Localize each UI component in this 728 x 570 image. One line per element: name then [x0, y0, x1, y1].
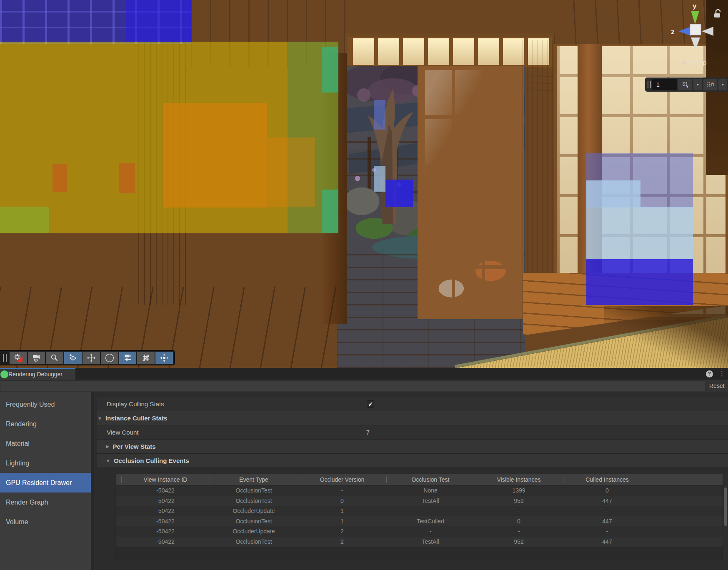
heatmap-cell — [322, 190, 338, 233]
toolbar-grip[interactable] — [648, 81, 651, 88]
table-cell: - — [563, 506, 651, 516]
heatmap-cell — [586, 259, 693, 305]
x-axis-cone[interactable] — [702, 27, 713, 36]
instance-culler-stats-foldout[interactable]: ▼ Instance Culler Stats — [97, 411, 728, 425]
snap-toolbar: 1 Y ▼ ▼ — [645, 78, 728, 92]
heatmap-cell — [0, 0, 126, 42]
view-count-row: View Count 7 — [97, 425, 728, 440]
table-row[interactable]: -50422 OcclusionTest - None 1399 0 — [116, 485, 728, 496]
down-axis-cone[interactable] — [691, 38, 700, 50]
table-cell: 447 — [563, 496, 651, 506]
lock-icon[interactable] — [714, 10, 720, 18]
orientation-gizmo[interactable]: y z — [666, 1, 728, 52]
z-axis-cone[interactable] — [678, 27, 691, 36]
kebab-menu-icon[interactable]: ⋮ — [719, 370, 725, 378]
sidebar-item-lighting[interactable]: Lighting — [0, 453, 91, 473]
gizmo-cube[interactable] — [690, 24, 701, 35]
projection-toggle[interactable]: <Persp — [682, 59, 707, 67]
table-cell: 2 — [298, 537, 386, 547]
table-cell: 2 — [298, 526, 386, 537]
table-cell: TestAll — [386, 496, 475, 506]
sidebar-item-rendering[interactable]: Rendering — [0, 414, 91, 434]
gizmos-toggle-button[interactable] — [64, 352, 82, 364]
pivot-mode-button[interactable] — [155, 352, 173, 364]
table-cell: -50422 — [121, 506, 210, 516]
tab-rendering-debugger[interactable]: Rendering Debugger — [0, 368, 75, 380]
table-cell: 1399 — [475, 485, 563, 496]
scene-debug-toolbar — [0, 350, 175, 365]
scene-camera-button[interactable] — [28, 352, 45, 364]
gizmos-icon — [68, 353, 78, 362]
table-row[interactable]: -50422 OccluderUpdate 1 - - - — [116, 506, 728, 516]
debugger-sidebar: Frequently Used Rendering Material Light… — [0, 392, 94, 570]
table-cell: 447 — [563, 516, 651, 527]
snap-increment-button[interactable] — [703, 79, 717, 90]
sidebar-item-material[interactable]: Material — [0, 434, 91, 453]
table-cell: 952 — [475, 496, 563, 506]
column-header: Occluder Version — [298, 474, 386, 485]
debug-shading-button[interactable] — [10, 352, 27, 364]
y-axis-cone[interactable] — [691, 11, 699, 24]
sidebar-item-volume[interactable]: Volume — [0, 512, 91, 532]
persp-label: Persp — [688, 59, 707, 66]
heatmap-cell — [640, 207, 693, 260]
scrollbar-thumb[interactable] — [724, 488, 727, 526]
table-scrollbar[interactable] — [723, 474, 728, 560]
table-cell: OccluderUpdate — [210, 526, 298, 537]
foldout-open-icon: ▼ — [98, 416, 102, 421]
camera-eye-icon — [32, 353, 41, 362]
table-cell: None — [386, 485, 475, 496]
table-cell: TestAll — [386, 537, 475, 547]
grid-size-field[interactable]: 1 — [652, 79, 677, 90]
occlusion-culling-events-label: Occlusion Culling Events — [114, 457, 189, 464]
persp-arrow-icon: < — [682, 59, 686, 66]
table-cell: 1 — [298, 506, 386, 516]
help-icon[interactable]: ? — [706, 370, 713, 378]
display-culling-stats-checkbox[interactable]: ✓ — [367, 400, 374, 408]
scene-search-button[interactable] — [46, 352, 63, 364]
move-arrows-icon — [87, 353, 96, 362]
table-row[interactable]: -50422 OcclusionTest 2 TestAll 952 447 — [116, 537, 728, 547]
toolbar-grip[interactable] — [3, 354, 7, 362]
instance-culler-stats-label: Instance Culler Stats — [105, 415, 167, 422]
reset-button[interactable]: Reset — [709, 380, 725, 392]
table-cell: OccluderUpdate — [210, 506, 298, 516]
door-muntins — [422, 70, 520, 315]
table-cell: - — [563, 526, 651, 537]
heatmap-cell — [374, 100, 385, 130]
table-cell: -50422 — [121, 516, 210, 527]
move-tool-button[interactable] — [83, 352, 100, 364]
grid-visibility-button[interactable] — [137, 352, 155, 364]
tab-title: Rendering Debugger — [8, 371, 63, 378]
column-header: Occlusion Test — [386, 474, 475, 485]
shading-mode-button[interactable] — [101, 352, 118, 364]
search-icon — [50, 353, 59, 362]
grid-dropdown[interactable]: ▼ — [693, 79, 702, 90]
table-row[interactable]: -50422 OcclusionTest 1 TestCulled 0 447 — [116, 516, 728, 527]
sidebar-item-frequently-used[interactable]: Frequently Used — [0, 395, 91, 414]
occlusion-culling-events-foldout[interactable]: ▼ Occlusion Culling Events — [97, 454, 728, 468]
search-input[interactable] — [0, 380, 705, 391]
table-cell: 0 — [298, 496, 386, 506]
scene-view[interactable]: y z <Persp 1 Y — [0, 0, 728, 368]
occlusion-events-table: View Instance ID Event Type Occluder Ver… — [116, 474, 728, 560]
table-cell: - — [475, 526, 563, 537]
axis-z-label: z — [671, 28, 675, 36]
column-header: Visible Instances — [475, 474, 563, 485]
snap-dropdown[interactable]: ▼ — [718, 79, 727, 90]
table-cell: -50422 — [121, 537, 210, 547]
dock-tab-bar: Rendering Debugger ? ⋮ — [0, 368, 728, 380]
heatmap-cell — [163, 103, 267, 208]
sidebar-item-render-graph[interactable]: Render Graph — [0, 492, 91, 512]
table-row[interactable]: -50422 OccluderUpdate 2 - - - — [116, 526, 728, 537]
debug-settings-button[interactable] — [119, 352, 137, 364]
table-cell: -50422 — [121, 526, 210, 537]
axis-y-label: y — [693, 2, 697, 10]
per-view-stats-foldout[interactable]: ▶ Per View Stats — [97, 440, 728, 454]
table-cell: TestCulled — [386, 516, 475, 527]
grid-axis-button[interactable]: Y — [678, 79, 692, 90]
sidebar-item-gpu-resident-drawer[interactable]: GPU Resident Drawer — [0, 473, 91, 492]
display-culling-stats-label: Display Culling Stats — [107, 400, 164, 408]
table-row[interactable]: -50422 OcclusionTest 0 TestAll 952 447 — [116, 496, 728, 506]
table-header-row: View Instance ID Event Type Occluder Ver… — [116, 474, 728, 485]
